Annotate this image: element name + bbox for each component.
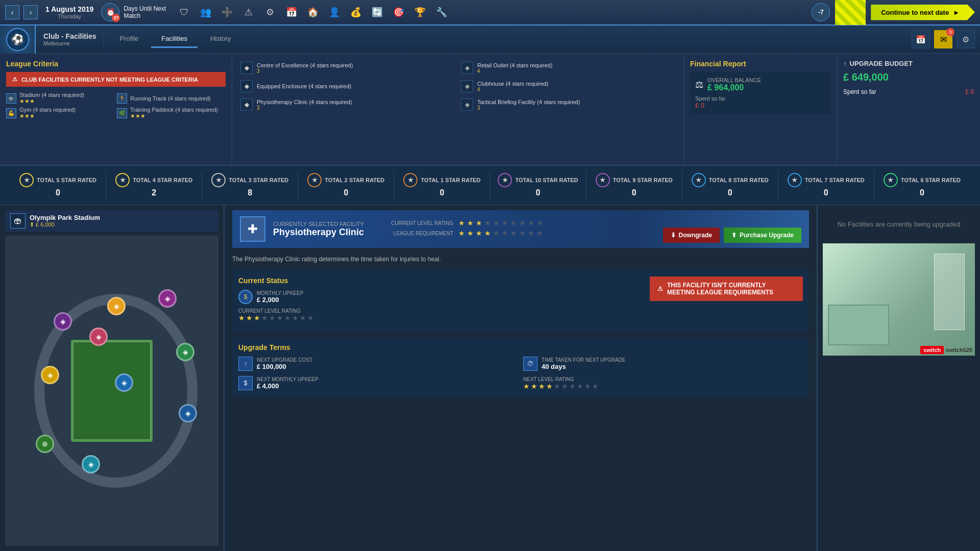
facility-pin-purple[interactable]: ◈ bbox=[158, 289, 177, 308]
cs7: ★ bbox=[284, 314, 291, 322]
league-star-7: ★ bbox=[510, 229, 517, 237]
star7-label: TOTAL 7 STAR RATED bbox=[805, 177, 865, 183]
bottom-section: 🏟 Olympik Park Stadium ⬆ £ 6,000 ◈ ◈ ◈ ◈… bbox=[0, 205, 980, 551]
upkeep-label: MONTHLY UPKEEP bbox=[257, 290, 303, 296]
upkeep-term-label: NEXT MONTHLY UPKEEP bbox=[257, 377, 318, 382]
clubhouse-icon: ◈ bbox=[461, 80, 473, 92]
league-criteria: League Criteria ⚠ CLUB FACILITIES CURREN… bbox=[0, 54, 232, 165]
facility-pin-green2[interactable]: ⊕ bbox=[36, 435, 54, 453]
star-rating-10: ★ TOTAL 10 STAR RATED 0 bbox=[490, 171, 586, 199]
facility-pin-green[interactable]: ◈ bbox=[176, 343, 194, 361]
facility-pin-orange[interactable]: ◈ bbox=[107, 297, 126, 315]
league-star-3: ★ bbox=[476, 229, 482, 237]
calendar-icon[interactable]: 📅 bbox=[283, 4, 300, 20]
facility-pin-blue[interactable]: ◈ bbox=[115, 373, 133, 392]
header-calendar-icon[interactable]: 📅 bbox=[912, 30, 930, 48]
star5-label: TOTAL 5 STAR RATED bbox=[37, 177, 96, 183]
warning-icon[interactable]: ⚠ bbox=[240, 4, 257, 20]
facility-pin-purple2[interactable]: ◈ bbox=[54, 312, 72, 331]
date-section: 1 August 2019 Thursday bbox=[45, 5, 93, 19]
facility-pin-blue2[interactable]: ◈ bbox=[179, 404, 197, 422]
facility-pin-cyan[interactable]: ◈ bbox=[82, 455, 100, 473]
medical-icon[interactable]: ➕ bbox=[219, 4, 235, 20]
tools-icon[interactable]: 🔧 bbox=[433, 4, 450, 20]
downgrade-label: Downgrade bbox=[679, 232, 712, 239]
status-title: Current Status bbox=[238, 277, 314, 285]
league-star-6: ★ bbox=[502, 229, 508, 237]
star2-label: TOTAL 2 STAR RATED bbox=[325, 177, 384, 183]
star-rating-9: ★ TOTAL 9 STAR RATED 0 bbox=[586, 171, 682, 199]
continue-button[interactable]: Continue to next date ► bbox=[871, 5, 975, 20]
tab-profile[interactable]: Profile bbox=[109, 31, 149, 48]
downgrade-icon: ⬇ bbox=[671, 232, 676, 239]
facility-clubhouse: ◈ Clubhouse (4 stars required) 4 bbox=[459, 78, 677, 94]
star5-icon: ★ bbox=[19, 173, 34, 187]
gear-settings-icon[interactable]: ⚙ bbox=[262, 4, 278, 20]
stadium-name: Olympik Park Stadium bbox=[30, 214, 100, 221]
enclosure-icon: ◆ bbox=[240, 80, 253, 92]
days-sub: Match bbox=[124, 12, 166, 19]
trophy-icon[interactable]: 🏆 bbox=[412, 4, 428, 20]
star8-icon: ★ bbox=[692, 173, 706, 187]
facility-pin-pink[interactable]: ◈ bbox=[89, 328, 108, 346]
star-rating-4: ★ TOTAL 4 STAR RATED 2 bbox=[106, 171, 202, 199]
league-star-2: ★ bbox=[467, 229, 474, 237]
stadium-field bbox=[71, 340, 153, 442]
team-icon[interactable]: 👤 bbox=[326, 4, 342, 20]
time-label: TIME TAKEN FOR NEXT UPGRADE bbox=[542, 357, 625, 363]
cs8: ★ bbox=[292, 314, 299, 322]
stadium-header: 🏟 Olympik Park Stadium ⬆ £ 6,000 bbox=[5, 210, 218, 232]
tab-history[interactable]: History bbox=[200, 31, 241, 48]
transfer-icon[interactable]: 🔄 bbox=[369, 4, 385, 20]
header-notification[interactable]: ✉ 3 bbox=[934, 30, 952, 48]
clubhouse-name: Clubhouse (4 stars required) bbox=[477, 81, 548, 87]
running-track-icon: 🏃 bbox=[117, 93, 127, 104]
notification-count: 3 bbox=[946, 28, 954, 36]
facility-pin-yellow[interactable]: ◈ bbox=[41, 366, 59, 384]
star6-label: TOTAL 6 STAR RATED bbox=[901, 177, 961, 183]
facilities-grid: ◆ Centre of Excellence (4 stars required… bbox=[238, 60, 677, 113]
criteria-track-name: Running Track (4 stars required) bbox=[130, 95, 211, 102]
nl6: ★ bbox=[561, 382, 568, 390]
money-icon[interactable]: 💰 bbox=[348, 4, 364, 20]
star4-icon: ★ bbox=[115, 173, 130, 187]
nav-back[interactable]: ‹ bbox=[5, 5, 19, 19]
league-star-10: ★ bbox=[536, 229, 543, 237]
star-rating-2: ★ TOTAL 2 STAR RATED 0 bbox=[298, 171, 394, 199]
continue-arrow: ► bbox=[953, 9, 960, 16]
criteria-paddock-stars: ★★★ bbox=[130, 113, 218, 119]
header-settings-icon[interactable]: ⚙ bbox=[957, 30, 975, 48]
downgrade-button[interactable]: ⬇ Downgrade bbox=[663, 228, 720, 243]
current-star-3: ★ bbox=[476, 219, 482, 227]
stadium-icon: 🏟 bbox=[6, 93, 16, 104]
nl1: ★ bbox=[523, 382, 530, 390]
spent-value: £ 0 bbox=[695, 102, 825, 109]
shield-icon[interactable]: 🛡 bbox=[176, 4, 192, 20]
criteria-gym-name: Gym (4 stars required) bbox=[19, 107, 76, 113]
tab-facilities[interactable]: Facilities bbox=[151, 31, 198, 48]
star10-icon: ★ bbox=[498, 173, 512, 187]
nav-forward[interactable]: › bbox=[23, 5, 38, 19]
facility-photo: switch switch520 bbox=[823, 243, 975, 356]
nl5: ★ bbox=[554, 382, 560, 390]
nav-arrows: ‹ › bbox=[5, 5, 38, 19]
upgrade-button[interactable]: ⬆ Purchase Upgrade bbox=[724, 228, 801, 243]
stadium-map: ◈ ◈ ◈ ◈ ◈ ◈ ◈ ◈ ⊕ ◈ bbox=[5, 236, 218, 546]
next-cost-item: ↑ NEXT UPGRADE COST £ 100,000 bbox=[238, 357, 518, 371]
people-icon[interactable]: 👥 bbox=[198, 4, 214, 20]
time-item: ⏱ TIME TAKEN FOR NEXT UPGRADE 40 days bbox=[523, 357, 803, 371]
budget-spent-label: Spent so far bbox=[843, 88, 876, 95]
negative-notification[interactable]: -7 bbox=[812, 3, 830, 21]
home-icon[interactable]: 🏠 bbox=[305, 4, 321, 20]
current-star-2: ★ bbox=[467, 219, 474, 227]
target-icon[interactable]: 🎯 bbox=[390, 4, 407, 20]
stadium-section: 🏟 Olympik Park Stadium ⬆ £ 6,000 ◈ ◈ ◈ ◈… bbox=[0, 205, 225, 551]
star-rating-3: ★ TOTAL 3 STAR RATED 8 bbox=[202, 171, 298, 199]
days-until-match: Days Until Next Match bbox=[124, 5, 166, 19]
clock-badge[interactable]: 37 bbox=[101, 3, 119, 21]
selected-ratings: CURRENT LEVEL RATING ★ ★ ★ ★ ★ ★ ★ ★ ★ ★… bbox=[382, 219, 543, 239]
cs6: ★ bbox=[277, 314, 283, 322]
club-logo[interactable]: ⚽ bbox=[0, 26, 36, 54]
header-right: 📅 ✉ 3 ⚙ bbox=[912, 30, 980, 48]
current-star-1: ★ bbox=[458, 219, 465, 227]
